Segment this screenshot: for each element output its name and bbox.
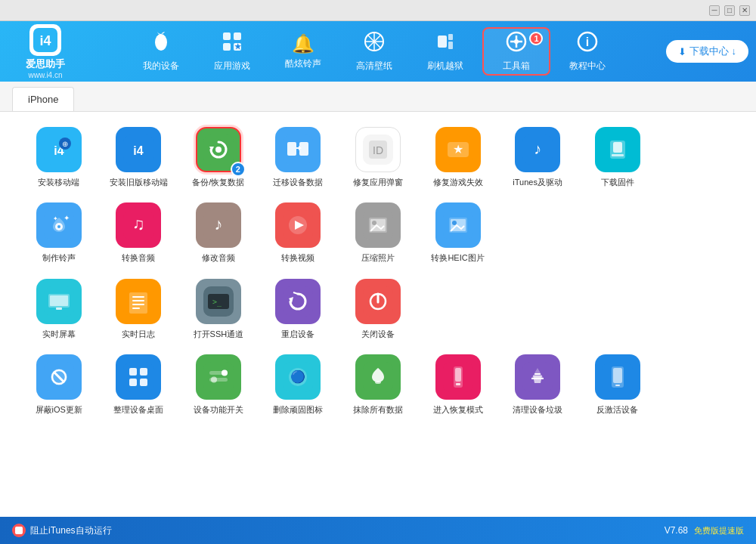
tool-delete-stubborn-icon[interactable]: 🔵 删除顽固图标 xyxy=(262,354,335,415)
compress-photo-icon-wrap xyxy=(355,202,401,248)
bell-icon: 🔔 xyxy=(292,33,314,54)
tool-clean-junk[interactable]: 清理设备垃圾 xyxy=(501,354,574,415)
maximize-button[interactable]: □ xyxy=(724,5,735,16)
svg-rect-70 xyxy=(56,308,62,310)
svg-rect-92 xyxy=(129,368,137,376)
svg-rect-94 xyxy=(129,379,137,386)
svg-text:ID: ID xyxy=(373,144,383,156)
tool-screen-mirror[interactable]: 实时屏幕 xyxy=(23,279,95,339)
organize-desktop-label: 整理设备桌面 xyxy=(113,404,163,415)
svg-rect-96 xyxy=(203,362,234,392)
tool-deactivate-device[interactable]: 反激活设备 xyxy=(581,354,654,415)
svg-point-98 xyxy=(222,369,228,376)
svg-text:🔵: 🔵 xyxy=(290,369,305,384)
svg-text:i4: i4 xyxy=(134,144,144,157)
stop-icon[interactable] xyxy=(12,524,26,537)
deactivate-device-label: 反激活设备 xyxy=(596,404,638,415)
delete-stubborn-icon-label: 删除顽固图标 xyxy=(273,404,323,415)
tool-backup-restore[interactable]: 2 备份/恢复数据 xyxy=(182,127,255,187)
migrate-data-icon-wrap xyxy=(275,127,321,172)
tool-fix-app-crash[interactable]: ID 修复应用弹窗 xyxy=(342,127,414,187)
tool-block-ios-update[interactable]: 屏蔽iOS更新 xyxy=(23,354,95,415)
tool-erase-all-data[interactable]: 抹除所有数据 xyxy=(342,354,414,415)
svg-rect-73 xyxy=(132,296,144,298)
tool-convert-audio[interactable]: ♫ 转换音频 xyxy=(103,202,175,263)
svg-rect-69 xyxy=(50,295,68,306)
svg-rect-80 xyxy=(283,286,313,317)
svg-rect-76 xyxy=(132,308,140,309)
nav-item-ringtones[interactable]: 🔔 酷炫铃声 xyxy=(269,27,337,76)
tool-install-old-app[interactable]: i4 安装旧版移动端 xyxy=(103,127,175,187)
nav-item-tutorials[interactable]: i 教程中心 xyxy=(553,27,621,76)
reboot-device-icon-wrap xyxy=(275,279,321,324)
minimize-button[interactable]: ─ xyxy=(709,5,720,16)
tool-convert-video[interactable]: 转换视频 xyxy=(262,202,335,263)
version-text: V7.68 免费版提速版 xyxy=(665,525,744,536)
fix-app-crash-icon-wrap: ID xyxy=(355,127,401,172)
svg-rect-13 xyxy=(438,36,447,48)
download-button[interactable]: ⬇ 下载中心 ↓ xyxy=(666,40,748,63)
svg-point-19 xyxy=(514,39,519,44)
itunes-driver-icon-wrap: ♪ xyxy=(515,127,560,172)
tool-download-firmware[interactable]: 下载固件 xyxy=(581,127,654,187)
realtime-log-icon-wrap xyxy=(116,279,161,324)
device-func-toggle-label: 设备功能开关 xyxy=(194,404,243,415)
tool-itunes-driver[interactable]: ♪ iTunes及驱动 xyxy=(501,127,574,187)
fix-audio-icon-wrap: ♪ xyxy=(196,202,241,248)
tool-organize-desktop[interactable]: 整理设备桌面 xyxy=(103,354,175,415)
svg-text:i: i xyxy=(586,36,589,48)
nav-label-toolbox: 工具箱 xyxy=(503,60,530,73)
logo-icon: i4 xyxy=(29,24,61,56)
nav-item-toolbox[interactable]: 工具箱 1 xyxy=(482,27,550,76)
tool-make-ringtone[interactable]: ✦ ✦ 制作铃声 xyxy=(23,202,95,263)
svg-rect-118 xyxy=(15,527,23,534)
tools-row-4: 屏蔽iOS更新 整理设备桌面 xyxy=(23,354,733,415)
itunes-driver-label: iTunes及驱动 xyxy=(513,177,562,187)
svg-rect-91 xyxy=(123,362,153,392)
svg-point-100 xyxy=(211,376,217,382)
nav-label-ringtones: 酷炫铃声 xyxy=(285,57,321,70)
clean-junk-icon-wrap xyxy=(515,354,560,400)
backup-badge: 2 xyxy=(231,162,246,177)
logo-area: i4 爱思助手 www.i4.cn xyxy=(8,24,83,79)
tool-compress-photo[interactable]: 压缩照片 xyxy=(342,202,414,263)
tool-install-app[interactable]: i4 ⊕ 安装移动端 xyxy=(23,127,95,187)
migrate-data-label: 迁移设备数据 xyxy=(273,177,323,187)
nav-item-jailbreak[interactable]: 刷机越狱 xyxy=(411,27,479,76)
svg-rect-72 xyxy=(129,292,147,314)
tool-recovery-mode[interactable]: 进入恢复模式 xyxy=(422,354,494,415)
tool-migrate-data[interactable]: 迁移设备数据 xyxy=(262,127,335,187)
tool-convert-heic[interactable]: 转换HEIC图片 xyxy=(422,202,494,263)
tool-fix-game[interactable]: ★ 修复游戏失效 xyxy=(422,127,494,187)
download-firmware-label: 下载固件 xyxy=(601,177,634,187)
toolbox-icon xyxy=(506,31,527,57)
tool-device-func-toggle[interactable]: 设备功能开关 xyxy=(182,354,255,415)
close-button[interactable]: ✕ xyxy=(739,5,750,16)
tool-realtime-log[interactable]: 实时日志 xyxy=(103,279,175,339)
screen-mirror-label: 实时屏幕 xyxy=(42,329,76,339)
tab-iphone[interactable]: iPhone xyxy=(12,87,74,111)
tool-reboot-device[interactable]: 重启设备 xyxy=(262,279,335,339)
tool-fix-audio[interactable]: ♪ 修改音频 xyxy=(182,202,255,263)
make-ringtone-label: 制作铃声 xyxy=(42,252,76,263)
svg-rect-5 xyxy=(223,43,231,51)
apps-icon: ★ xyxy=(222,31,243,57)
screen-mirror-icon-wrap xyxy=(36,279,82,324)
shutdown-device-label: 关闭设备 xyxy=(361,329,395,339)
make-ringtone-icon-wrap: ✦ ✦ xyxy=(36,202,82,248)
clean-junk-label: 清理设备垃圾 xyxy=(513,404,562,415)
svg-rect-109 xyxy=(455,368,461,382)
tool-open-ssh[interactable]: >_ 打开SSH通道 xyxy=(182,279,255,339)
nav-item-my-device[interactable]: 我的设备 xyxy=(127,27,195,76)
nav-label-tutorials: 教程中心 xyxy=(569,60,606,73)
nav-item-wallpapers[interactable]: 高清壁纸 xyxy=(340,27,408,76)
tools-row-3: 实时屏幕 实时日志 >_ xyxy=(23,279,733,339)
svg-point-62 xyxy=(372,221,376,225)
install-old-app-label: 安装旧版移动端 xyxy=(110,177,168,187)
recovery-mode-label: 进入恢复模式 xyxy=(433,404,483,415)
svg-rect-32 xyxy=(287,142,296,156)
svg-text:★: ★ xyxy=(453,143,463,156)
svg-rect-75 xyxy=(132,304,144,305)
tool-shutdown-device[interactable]: 关闭设备 xyxy=(342,279,414,339)
nav-item-apps-games[interactable]: ★ 应用游戏 xyxy=(198,27,266,76)
